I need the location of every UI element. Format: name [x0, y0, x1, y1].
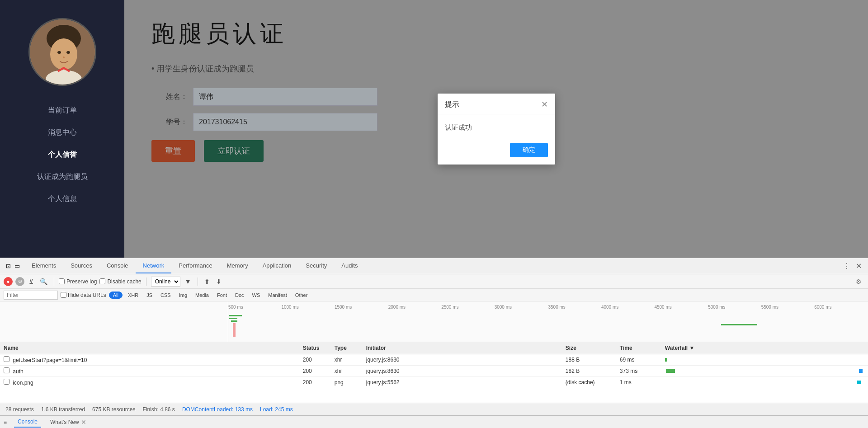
table-row[interactable]: auth 200 xhr jquery.js:8630 182 B 373 ms — [0, 366, 868, 377]
mark-4000: 4000 ms — [601, 305, 618, 310]
console-tab-whats-new[interactable]: What's New ✕ — [47, 417, 90, 428]
console-tab-console[interactable]: Console — [14, 417, 41, 428]
filter-type-js[interactable]: JS — [144, 292, 155, 298]
upload-icon[interactable]: ⬆ — [203, 277, 212, 286]
mark-3000: 3000 ms — [495, 305, 512, 310]
console-bar: ≡ Console What's New ✕ — [0, 415, 868, 428]
sidebar-item-message-center[interactable]: 消息中心 — [0, 122, 124, 144]
modal-header: 提示 ✕ — [438, 94, 555, 114]
disable-cache-label[interactable]: Disable cache — [99, 278, 141, 285]
tab-memory[interactable]: Memory — [220, 259, 255, 273]
app-container: 当前订单 消息中心 个人信誉 认证成为跑腿员 个人信息 跑腿员认证 • 用学生身… — [0, 0, 868, 428]
network-table-container: Name Status Type Initiator Size Time Wat… — [0, 342, 868, 403]
timeline-bar-3 — [231, 320, 237, 322]
filter-type-ws[interactable]: WS — [250, 292, 263, 298]
filter-type-media[interactable]: Media — [193, 292, 212, 298]
tab-performance[interactable]: Performance — [171, 259, 219, 273]
mark-1000: 1000 ms — [281, 305, 298, 310]
avatar — [28, 18, 96, 86]
throttle-down-icon[interactable]: ▼ — [183, 277, 193, 286]
preserve-log-label[interactable]: Preserve log — [59, 278, 97, 285]
clear-button[interactable]: ⊘ — [15, 277, 24, 286]
search-icon[interactable]: 🔍 — [38, 277, 49, 286]
filter-type-font[interactable]: Font — [214, 292, 230, 298]
row-waterfall — [665, 357, 864, 362]
modal-close-button[interactable]: ✕ — [541, 100, 548, 108]
mark-3500: 3500 ms — [548, 305, 566, 310]
tab-audits[interactable]: Audits — [334, 259, 365, 273]
row-type: xhr — [335, 357, 366, 363]
devtools-mobile-icon[interactable]: ▭ — [13, 262, 22, 271]
mark-1500: 1500 ms — [335, 305, 352, 310]
devtools-inspect-icon[interactable]: ⊡ — [4, 262, 13, 271]
svg-point-4 — [57, 51, 61, 54]
timeline-marks-row: 500 ms 1000 ms 1500 ms 2000 ms 2500 ms 3… — [228, 301, 868, 310]
modal-confirm-button[interactable]: 确定 — [510, 143, 548, 157]
header-name: Name — [4, 345, 303, 351]
row-status: 200 — [303, 357, 335, 363]
tab-elements[interactable]: Elements — [24, 259, 63, 273]
network-table-header: Name Status Type Initiator Size Time Wat… — [0, 342, 868, 354]
table-row[interactable]: icon.png 200 png jquery.js:5562 (disk ca… — [0, 377, 868, 388]
row-checkbox[interactable] — [4, 379, 9, 385]
row-initiator: jquery.js:8630 — [366, 368, 566, 374]
filter-type-doc[interactable]: Doc — [232, 292, 247, 298]
hide-data-urls-label[interactable]: Hide data URLs — [61, 292, 106, 298]
sidebar-item-current-order[interactable]: 当前订单 — [0, 99, 124, 122]
filter-bar: Hide data URLs All XHR JS CSS Img Media … — [0, 289, 868, 301]
mark-6000: 6000 ms — [814, 305, 831, 310]
tab-console[interactable]: Console — [99, 259, 136, 273]
tab-network[interactable]: Network — [136, 259, 172, 273]
filter-type-img[interactable]: Img — [176, 292, 190, 298]
tab-sources[interactable]: Sources — [63, 259, 99, 273]
devtools-panel: ⊡ ▭ Elements Sources Console Network Per… — [0, 258, 868, 428]
mark-5500: 5500 ms — [761, 305, 778, 310]
throttle-select[interactable]: Online — [151, 277, 180, 287]
sidebar-item-personal-info[interactable]: 个人信息 — [0, 188, 124, 210]
waterfall-bar-end — [859, 369, 863, 373]
timeline-bar-long — [721, 324, 757, 325]
table-row[interactable]: getUserStart?page=1&limit=10 200 xhr jqu… — [0, 354, 868, 366]
disable-cache-checkbox[interactable] — [99, 278, 105, 284]
filter-type-manifest[interactable]: Manifest — [265, 292, 290, 298]
header-type: Type — [335, 345, 366, 351]
devtools-settings-icon[interactable]: ⚙ — [853, 277, 864, 286]
load-time[interactable]: Load: 245 ms — [260, 406, 293, 413]
filter-type-css[interactable]: CSS — [158, 292, 174, 298]
header-waterfall: Waterfall ▼ — [665, 345, 864, 351]
tab-application[interactable]: Application — [255, 259, 299, 273]
preserve-log-checkbox[interactable] — [59, 278, 65, 284]
modal-dialog: 提示 ✕ 认证成功 确定 — [438, 94, 555, 165]
main-content: 跑腿员认证 • 用学生身份认证成为跑腿员 姓名： 学号： 重置 立即认证 提示 … — [124, 0, 868, 258]
filter-type-all[interactable]: All — [109, 292, 123, 299]
header-size: Size — [566, 345, 620, 351]
row-checkbox[interactable] — [4, 367, 9, 373]
timeline-left — [0, 301, 228, 342]
devtools-close-button[interactable]: ✕ — [853, 260, 864, 272]
download-icon[interactable]: ⬇ — [214, 277, 223, 286]
tab-security[interactable]: Security — [298, 259, 334, 273]
filter-input[interactable] — [4, 291, 58, 300]
console-toggle-icon: ≡ — [4, 419, 7, 425]
row-checkbox[interactable] — [4, 356, 9, 362]
waterfall-bar — [665, 358, 667, 362]
filter-type-other[interactable]: Other — [292, 292, 311, 298]
mark-2000: 2000 ms — [388, 305, 406, 310]
hide-data-urls-checkbox[interactable] — [61, 292, 66, 298]
row-size: (disk cache) — [566, 379, 620, 386]
sidebar-item-personal-reputation[interactable]: 个人信誉 — [0, 144, 124, 166]
header-initiator: Initiator — [366, 345, 566, 351]
dom-content-loaded[interactable]: DOMContentLoaded: 133 ms — [182, 406, 253, 413]
timeline-red-marker — [233, 323, 236, 337]
toolbar-separator-3 — [198, 277, 198, 286]
row-waterfall — [665, 368, 864, 374]
whats-new-close-button[interactable]: ✕ — [81, 419, 86, 426]
timeline-bar-2 — [229, 318, 237, 319]
svg-point-5 — [66, 51, 70, 54]
top-section: 当前订单 消息中心 个人信誉 认证成为跑腿员 个人信息 跑腿员认证 • 用学生身… — [0, 0, 868, 258]
record-button[interactable]: ● — [4, 277, 13, 286]
sidebar-item-certify[interactable]: 认证成为跑腿员 — [0, 166, 124, 188]
filter-type-xhr[interactable]: XHR — [125, 292, 141, 298]
filter-icon[interactable]: ⊻ — [27, 277, 35, 286]
devtools-more-button[interactable]: ⋮ — [840, 260, 853, 272]
